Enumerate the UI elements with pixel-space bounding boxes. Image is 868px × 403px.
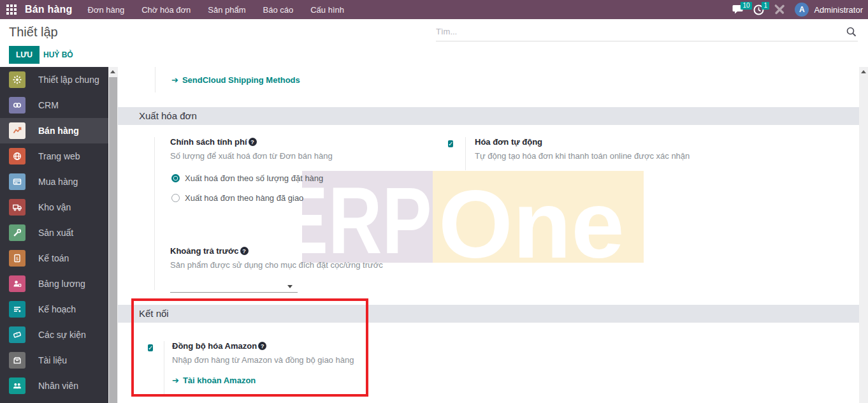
sidebar-item-manufacturing[interactable]: Sản xuất: [0, 220, 108, 245]
payroll-person-icon: [9, 275, 25, 292]
menu-orders[interactable]: Đơn hàng: [88, 5, 125, 15]
menu-to-invoice[interactable]: Chờ hóa đơn: [141, 5, 191, 15]
top-menu: Đơn hàng Chờ hóa đơn Sản phẩm Báo cáo Cấ…: [88, 5, 344, 15]
menu-products[interactable]: Sản phẩm: [208, 5, 245, 15]
section-header-invoicing: Xuất hóa đơn: [118, 107, 859, 125]
setting-divider: [155, 67, 156, 92]
sidebar-item-label: Kế hoạch: [38, 304, 76, 314]
truck-icon: [9, 199, 25, 216]
control-panel: Thiết lập LƯU HUỶ BỎ: [0, 19, 868, 67]
help-icon[interactable]: ?: [258, 342, 266, 350]
sidebar-item-sales[interactable]: Bán hàng: [0, 118, 108, 143]
search-input[interactable]: [436, 27, 846, 36]
amazon-accounts-link[interactable]: ➔ Tài khoản Amazon: [172, 376, 256, 385]
messages-icon[interactable]: 10: [732, 4, 744, 15]
user-avatar[interactable]: A: [795, 3, 809, 17]
wrench-icon: [9, 224, 25, 241]
sidebar-item-payroll[interactable]: Bảng lương: [0, 271, 108, 297]
setting-description: Nhập đơn hàng từ Amazon và đồng bộ giao …: [172, 355, 354, 365]
setting-automatic-invoice: ✓ Hóa đơn tự động Tự động tạo hóa đơn kh…: [443, 137, 690, 170]
sidebar-item-label: Tài liệu: [38, 355, 67, 365]
sidebar-item-documents[interactable]: Tài liệu: [0, 348, 108, 373]
user-name[interactable]: Administrator: [814, 5, 863, 15]
sidebar-item-label: Kế toán: [38, 253, 69, 263]
sidebar-item-label: Kho vận: [38, 202, 71, 212]
down-payment-select[interactable]: [170, 280, 298, 293]
sidebar-item-label: CRM: [38, 100, 59, 110]
sidebar-item-label: Nhân viên: [38, 381, 78, 391]
arrow-right-icon: ➔: [172, 376, 179, 385]
sidebar-item-accounting[interactable]: $ Kế toán: [0, 245, 108, 271]
debug-tools-icon[interactable]: [773, 4, 786, 15]
sidebar-item-employees[interactable]: Nhân viên: [0, 373, 108, 399]
activities-clock-icon[interactable]: 1: [753, 4, 764, 15]
amazon-sync-checkbox[interactable]: ✓: [148, 344, 153, 351]
arrow-right-icon: ➔: [171, 75, 178, 85]
menu-reporting[interactable]: Báo cáo: [263, 5, 294, 15]
left-scrollbar[interactable]: [108, 67, 118, 403]
documents-icon: [9, 352, 25, 369]
setting-description: Số lượng để xuất hoá đơn từ Đơn bán hàng: [170, 151, 333, 161]
menu-configuration[interactable]: Cấu hình: [310, 5, 344, 15]
employees-icon: [9, 377, 25, 394]
sidebar-item-label: Thiết lập chung: [38, 75, 99, 85]
discard-button[interactable]: HUỶ BỎ: [43, 50, 73, 59]
sidebar-item-label: Bán hàng: [38, 126, 79, 136]
save-button[interactable]: LƯU: [9, 46, 40, 64]
sales-chart-icon: [9, 122, 25, 139]
help-icon[interactable]: ?: [249, 138, 257, 146]
invoice-icon: $: [9, 250, 25, 267]
sidebar-item-label: Bảng lương: [38, 279, 85, 289]
planning-icon: [9, 301, 25, 318]
section-header-connectors: Kết nối: [118, 305, 859, 323]
settings-content: ERP One ➔ SendCloud Shipping Methods Xuấ…: [118, 67, 859, 403]
watermark-text-one: One: [438, 188, 625, 261]
sidebar-item-planning[interactable]: Kế hoạch: [0, 297, 108, 322]
right-scrollbar[interactable]: [859, 67, 868, 403]
setting-label: Hóa đơn tự động: [475, 137, 690, 147]
sidebar-item-label: Mua hàng: [38, 177, 78, 187]
sidebar-item-label: Các sự kiện: [38, 330, 86, 340]
globe-icon: [9, 148, 25, 165]
sidebar-item-label: Sản xuất: [38, 228, 73, 238]
setting-label: Đồng bộ hóa Amazon?: [172, 341, 354, 351]
radio-label[interactable]: Xuất hoá đơn theo số lượng đặt hàng: [185, 172, 323, 185]
scroll-up-icon[interactable]: [110, 70, 115, 73]
setting-label: Chính sách tính phí?: [170, 137, 333, 147]
activities-badge: 1: [762, 2, 769, 10]
scrollbar-thumb[interactable]: [109, 77, 117, 403]
radio-invoice-ordered-quantities[interactable]: [171, 174, 180, 182]
help-icon[interactable]: ?: [240, 247, 249, 255]
sidebar-item-crm[interactable]: CRM: [0, 92, 108, 118]
radio-invoice-delivered-quantities[interactable]: [171, 194, 180, 202]
setting-description: Tự động tạo hóa đơn khi thanh toán onlin…: [475, 151, 690, 161]
sidebar-item-label: Trang web: [38, 151, 80, 161]
sidebar-item-events[interactable]: Các sự kiện: [0, 322, 108, 348]
events-ticket-icon: [9, 326, 25, 343]
sidebar-item-purchase[interactable]: Mua hàng: [0, 169, 108, 194]
page-title: Thiết lập: [9, 25, 58, 40]
messages-badge: 10: [741, 2, 751, 10]
chevron-down-icon: [287, 285, 293, 288]
settings-sidebar: Thiết lập chung CRM Bán hàng Trang web M: [0, 67, 108, 403]
sidebar-item-website[interactable]: Trang web: [0, 143, 108, 169]
purchase-card-icon: [9, 173, 25, 190]
setting-amazon-sync: ✓ Đồng bộ hóa Amazon? Nhập đơn hàng từ A…: [139, 341, 354, 395]
gear-icon: [9, 71, 25, 88]
handshake-icon: [9, 97, 25, 114]
top-navbar: Bán hàng Đơn hàng Chờ hóa đơn Sản phẩm B…: [0, 0, 868, 19]
svg-text:$: $: [16, 256, 18, 261]
sidebar-item-general-settings[interactable]: Thiết lập chung: [0, 67, 108, 92]
search-icon[interactable]: [846, 27, 857, 37]
setting-description: Sản phẩm được sử dụng cho mục đích đặt c…: [170, 260, 383, 270]
sidebar-item-inventory[interactable]: Kho vận: [0, 194, 108, 220]
apps-grid-icon[interactable]: [6, 4, 17, 15]
scroll-up-icon[interactable]: [861, 70, 866, 73]
setting-down-payments: Khoảng trả trước? Sản phẩm được sử dụng …: [139, 246, 383, 293]
app-name[interactable]: Bán hàng: [25, 4, 73, 15]
sendcloud-shipping-methods-link[interactable]: ➔ SendCloud Shipping Methods: [171, 75, 300, 85]
search-bar: [436, 22, 858, 41]
automatic-invoice-checkbox[interactable]: ✓: [448, 140, 453, 147]
radio-label[interactable]: Xuất hoá đơn theo hàng đã giao: [185, 191, 303, 205]
setting-label: Khoảng trả trước?: [170, 246, 383, 256]
